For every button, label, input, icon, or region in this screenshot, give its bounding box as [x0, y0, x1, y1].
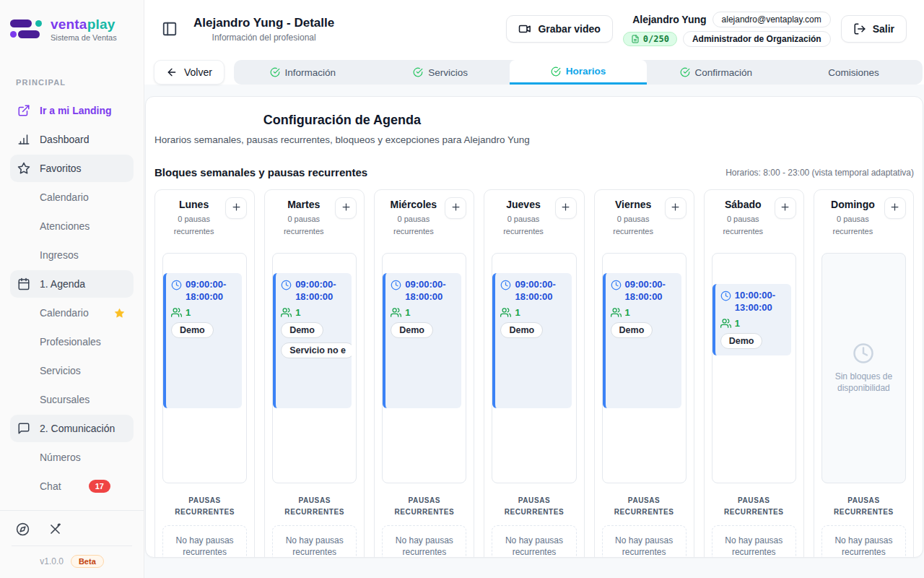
day-card-domingo: Domingo0 pausas recurrentesSin bloques d…	[814, 189, 914, 558]
availability-panel-lunes: 09:00:00-18:00:001Demo	[162, 253, 247, 483]
add-block-button-viernes[interactable]	[665, 197, 687, 219]
day-name: Lunes	[162, 199, 225, 210]
sidebar-item-label: Favoritos	[40, 163, 82, 174]
pausas-section-title: PAUSAS RECURRENTES	[382, 495, 466, 518]
sidebar-footer: v1.0.0 Beta	[0, 510, 144, 578]
record-video-button[interactable]: Grabar video	[506, 15, 612, 43]
add-block-button-sabado[interactable]	[775, 197, 796, 219]
tab-label: Servicios	[428, 67, 468, 78]
no-pausas-box: No hay pausas recurrentes	[712, 525, 796, 558]
clock-icon	[391, 280, 401, 290]
day-card-sabado: Sábado0 pausas recurrentes10:00:00-13:00…	[704, 189, 804, 558]
external-link-icon	[17, 104, 30, 117]
sidebar-item-profesionales[interactable]: Profesionales	[10, 328, 134, 355]
tab-informacion[interactable]: Información	[234, 60, 372, 85]
chat-count-badge: 17	[89, 480, 110, 493]
no-pausas-box: No hay pausas recurrentes	[162, 525, 247, 558]
service-tag: Servicio no e	[281, 342, 352, 358]
day-card-lunes: Lunes0 pausas recurrentes09:00:00-18:00:…	[154, 189, 255, 558]
add-block-button-miercoles[interactable]	[445, 197, 466, 219]
no-pausas-box: No hay pausas recurrentes	[492, 525, 576, 558]
block-capacity: 1	[186, 307, 191, 318]
tab-label: Información	[285, 67, 336, 78]
sidebar: ventaplay Sistema de Ventas PRINCIPAL Ir…	[0, 0, 144, 578]
tab-servicios[interactable]: Servicios	[372, 60, 510, 85]
tab-label: Horarios	[566, 66, 606, 77]
clock-icon	[611, 280, 622, 290]
tab-comisiones[interactable]: Comisiones	[785, 60, 923, 85]
tab-confirmacion[interactable]: Confirmación	[647, 60, 785, 85]
sidebar-item-chat[interactable]: Chat17	[10, 473, 134, 500]
tab-horarios[interactable]: Horarios	[510, 60, 648, 85]
add-block-button-lunes[interactable]	[225, 197, 247, 219]
page-subtitle: Información del profesional	[212, 33, 316, 43]
clock-icon	[720, 290, 731, 301]
time-block-martes[interactable]: 09:00:00-18:00:001DemoServicio no e	[273, 273, 352, 408]
time-block-lunes[interactable]: 09:00:00-18:00:001Demo	[163, 273, 242, 408]
day-pausas-count: 0 pausas recurrentes	[382, 213, 445, 237]
no-blocks-text: Sin bloques de disponibilidad	[830, 371, 897, 394]
pausas-section-title: PAUSAS RECURRENTES	[162, 495, 247, 518]
calendar-icon	[17, 277, 30, 290]
tools-icon[interactable]	[48, 522, 62, 536]
sidebar-item-label: 1. Agenda	[40, 278, 85, 290]
block-time-range: 09:00:00-18:00:00	[625, 278, 679, 303]
back-button[interactable]: Volver	[154, 60, 225, 85]
brand-name-part1: venta	[51, 17, 87, 32]
clock-icon	[853, 342, 874, 364]
availability-panel-domingo: Sin bloques de disponibilidad	[821, 253, 906, 483]
sidebar-item-ingresos[interactable]: Ingresos	[10, 241, 134, 269]
day-pausas-count: 0 pausas recurrentes	[272, 213, 335, 237]
add-block-button-jueves[interactable]	[555, 197, 577, 219]
sidebar-item-atenciones[interactable]: Atenciones	[10, 212, 134, 240]
sidebar-item-1-agenda[interactable]: 1. Agenda	[10, 270, 134, 298]
service-tag: Demo	[281, 322, 323, 338]
sidebar-item-ir-a-mi-landing[interactable]: Ir a mi Landing	[10, 97, 134, 124]
main-content: Configuración de Agenda Horarios semanal…	[144, 85, 924, 578]
sidebar-item-2-comunicacion[interactable]: 2. Comunicación	[10, 415, 134, 442]
pausas-section-title: PAUSAS RECURRENTES	[272, 495, 357, 518]
role-badge: Administrador de Organización	[683, 31, 831, 47]
time-block-viernes[interactable]: 09:00:00-18:00:001Demo	[603, 273, 681, 408]
sidebar-nav: PRINCIPAL Ir a mi LandingDashboardFavori…	[0, 58, 144, 510]
logout-button[interactable]: Salir	[841, 15, 907, 43]
sidebar-item-servicios[interactable]: Servicios	[10, 357, 134, 384]
availability-panel-jueves: 09:00:00-18:00:001Demo	[492, 253, 576, 483]
day-card-martes: Martes0 pausas recurrentes09:00:00-18:00…	[264, 189, 365, 558]
sidebar-item-sucursales[interactable]: Sucursales	[10, 386, 134, 413]
add-block-button-domingo[interactable]	[884, 197, 906, 219]
no-pausas-box: No hay pausas recurrentes	[272, 525, 357, 558]
add-block-button-martes[interactable]	[335, 197, 357, 219]
logout-label: Salir	[873, 23, 894, 35]
pausas-section-title: PAUSAS RECURRENTES	[821, 495, 906, 518]
sidebar-item-calendario[interactable]: Calendario	[10, 299, 134, 327]
brand-tagline: Sistema de Ventas	[51, 33, 117, 42]
sidebar-item-dashboard[interactable]: Dashboard	[10, 126, 134, 153]
back-label: Volver	[184, 66, 212, 78]
block-capacity: 1	[295, 307, 300, 318]
sidebar-item-label: Dashboard	[40, 134, 90, 145]
agenda-header: Configuración de Agenda Horarios semanal…	[154, 113, 530, 145]
time-block-sabado[interactable]: 10:00:00-13:00:001Demo	[712, 284, 791, 355]
availability-panel-viernes: 09:00:00-18:00:001Demo	[602, 253, 687, 483]
sidebar-item-numeros[interactable]: Números	[10, 444, 134, 471]
day-pausas-count: 0 pausas recurrentes	[602, 213, 665, 237]
plus-icon	[670, 202, 681, 215]
user-name: Alejandro Yung	[632, 14, 706, 25]
agenda-title: Configuración de Agenda	[154, 113, 530, 128]
beta-badge: Beta	[71, 555, 104, 568]
panel-left-icon[interactable]	[162, 21, 178, 37]
users-icon	[171, 307, 182, 318]
day-card-viernes: Viernes0 pausas recurrentes09:00:00-18:0…	[594, 189, 694, 558]
time-block-jueves[interactable]: 09:00:00-18:00:001Demo	[492, 273, 571, 408]
logout-icon	[853, 22, 866, 35]
sidebar-item-calendario[interactable]: Calendario	[10, 184, 134, 211]
compass-icon[interactable]	[16, 522, 30, 536]
clock-icon	[500, 280, 511, 290]
star-filled-icon[interactable]	[114, 308, 125, 319]
sidebar-item-favoritos[interactable]: Favoritos	[10, 155, 134, 182]
users-icon	[720, 318, 731, 329]
users-icon	[611, 307, 622, 318]
pausas-section-title: PAUSAS RECURRENTES	[602, 495, 687, 518]
time-block-miercoles[interactable]: 09:00:00-18:00:001Demo	[383, 273, 461, 408]
